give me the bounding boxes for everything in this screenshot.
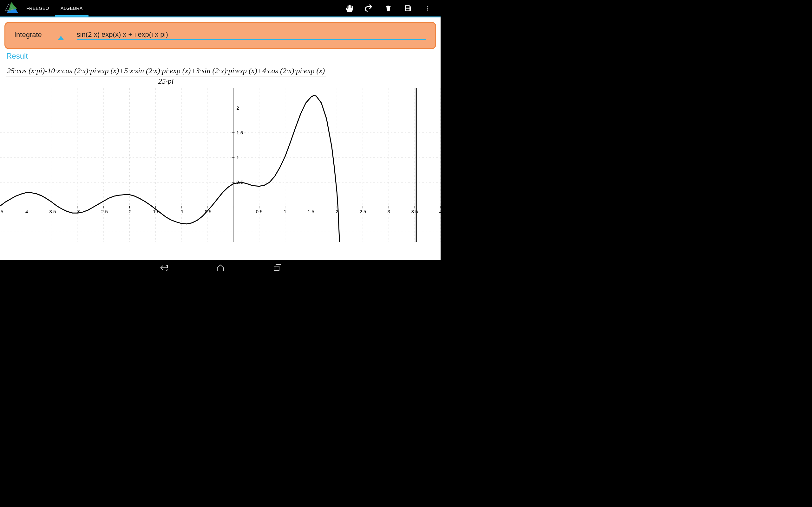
svg-text:4.5: 4.5 xyxy=(0,209,3,214)
result-heading: Result xyxy=(1,49,440,62)
operation-label[interactable]: Integrate xyxy=(14,31,42,39)
svg-text:-3: -3 xyxy=(75,209,80,214)
back-icon[interactable] xyxy=(157,262,170,274)
app-header: FREEGEO ALGEBRA xyxy=(0,0,441,16)
svg-text:1: 1 xyxy=(236,155,239,160)
save-icon[interactable] xyxy=(398,0,418,16)
text-cursor-handle[interactable] xyxy=(58,36,64,40)
function-plot[interactable]: 4.5-4-3.5-3-2.5-2-1.5-1-0.50.511.522.533… xyxy=(0,88,441,242)
undo-icon[interactable] xyxy=(359,0,378,16)
svg-text:1: 1 xyxy=(284,209,287,214)
svg-rect-3 xyxy=(408,6,409,7)
svg-text:4: 4 xyxy=(439,209,441,214)
svg-text:1.5: 1.5 xyxy=(308,209,314,214)
svg-rect-6 xyxy=(427,9,428,10)
android-nav-bar xyxy=(0,260,441,275)
svg-text:0.5: 0.5 xyxy=(236,179,243,185)
svg-rect-4 xyxy=(427,6,428,7)
svg-rect-77 xyxy=(276,265,281,269)
svg-text:2: 2 xyxy=(236,105,239,111)
svg-text:-2.5: -2.5 xyxy=(100,209,108,214)
svg-text:3: 3 xyxy=(387,209,390,214)
svg-text:0.5: 0.5 xyxy=(256,209,263,214)
svg-rect-5 xyxy=(427,8,428,9)
expression-input[interactable] xyxy=(77,30,426,40)
svg-text:2.5: 2.5 xyxy=(359,209,366,214)
formula-denominator: 25·pi xyxy=(6,76,326,86)
overflow-menu-icon[interactable] xyxy=(418,0,438,16)
home-icon[interactable] xyxy=(214,262,227,274)
hand-pan-icon[interactable] xyxy=(339,0,359,16)
main-content: Integrate Result 25·cos (x·pi)-10·x·cos … xyxy=(0,16,441,260)
formula-numerator: 25·cos (x·pi)-10·x·cos (2·x)·pi·exp (x)+… xyxy=(6,66,326,76)
svg-text:-1: -1 xyxy=(179,209,183,214)
algebra-input-card: Integrate xyxy=(4,22,436,49)
svg-text:-2: -2 xyxy=(128,209,132,214)
svg-rect-76 xyxy=(274,266,279,271)
tab-algebra[interactable]: ALGEBRA xyxy=(55,0,89,16)
svg-text:1.5: 1.5 xyxy=(236,130,243,135)
recent-apps-icon[interactable] xyxy=(271,262,284,274)
result-formula: 25·cos (x·pi)-10·x·cos (2·x)·pi·exp (x)+… xyxy=(0,62,441,88)
app-logo[interactable] xyxy=(3,1,20,15)
trash-icon[interactable] xyxy=(378,0,398,16)
svg-text:-3.5: -3.5 xyxy=(48,209,56,214)
svg-text:3.5: 3.5 xyxy=(411,209,418,214)
svg-text:-4: -4 xyxy=(24,209,28,214)
tab-freegeo[interactable]: FREEGEO xyxy=(20,0,55,16)
